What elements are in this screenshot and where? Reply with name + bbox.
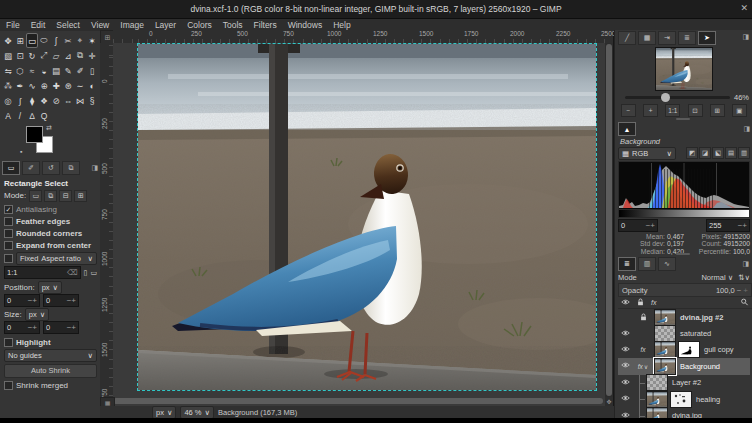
zoom-out-button[interactable]: − [621, 104, 636, 117]
titlebar[interactable]: dvina.xcf-1.0 (RGB color 8-bit non-linea… [0, 0, 752, 19]
document-history-tab[interactable]: ≣ [678, 31, 696, 45]
expand-from-center-option[interactable]: Expand from center [4, 240, 97, 251]
vertical-scrollbar-thumb[interactable] [606, 44, 612, 396]
tool-flip[interactable]: ⇋ [2, 63, 14, 78]
zoom-fill-button[interactable]: ⊞ [710, 104, 725, 117]
menu-image[interactable]: Image [120, 20, 144, 30]
shrink-merged-option[interactable]: Shrink merged [4, 380, 97, 391]
tool-measure-line[interactable]: / [14, 108, 26, 123]
zoom-100-button[interactable]: 1:1 [665, 104, 680, 117]
tool-ink[interactable]: ✒ [14, 78, 26, 93]
tool-smudge[interactable]: ∼ [74, 78, 86, 93]
fx-badge[interactable]: fx [640, 346, 645, 353]
expander-icon[interactable]: ∨ [644, 363, 648, 370]
tool-crop[interactable]: ⊡ [14, 48, 26, 63]
brushes-tab[interactable]: ╱ [618, 31, 636, 45]
menu-layer[interactable]: Layer [155, 20, 176, 30]
tool-align[interactable]: ⊞ [14, 33, 26, 48]
channel-select[interactable]: ▦ RGB ∨ [618, 147, 676, 160]
plus-icon[interactable]: + [71, 323, 76, 332]
tool-scissors-select[interactable]: ✂ [62, 33, 74, 48]
minus-icon[interactable]: − [737, 286, 742, 295]
highlight-option[interactable]: Highlight [4, 337, 97, 348]
tool-warp-transform[interactable]: ≈ [26, 63, 38, 78]
menu-filters[interactable]: Filters [254, 20, 277, 30]
zoom-fit-button[interactable]: ⊡ [688, 104, 703, 117]
dock-grip[interactable] [676, 118, 690, 120]
menu-view[interactable]: View [91, 20, 109, 30]
shrink-merged-checkbox[interactable] [4, 381, 13, 390]
tool-text[interactable]: A [2, 108, 14, 123]
dock-menu-icon[interactable]: ◨ [742, 260, 749, 268]
antialiasing-checkbox[interactable]: ✓ [4, 205, 13, 214]
layers-tab[interactable]: ≣ [618, 257, 636, 271]
plus-icon[interactable]: + [71, 296, 76, 305]
histogram-compact-button[interactable]: ▥ [738, 147, 750, 159]
tool-eraser[interactable]: ▯ [86, 63, 98, 78]
highlight-checkbox[interactable] [4, 338, 13, 347]
tool-script[interactable]: § [86, 93, 98, 108]
auto-shrink-button[interactable]: Auto Shrink [4, 364, 97, 378]
antialiasing-option[interactable]: ✓ Antialiasing [4, 204, 97, 215]
tool-offset[interactable]: ⇔ [62, 93, 74, 108]
fixed-checkbox[interactable] [4, 254, 13, 263]
tool-blur-sharpen[interactable]: ◎ [2, 93, 14, 108]
tool-paths[interactable]: ∫ [14, 93, 26, 108]
rounded-corners-checkbox[interactable] [4, 229, 13, 238]
size-height-field[interactable]: 0 −+ [43, 321, 79, 334]
shrink-wrap-button[interactable]: ▣ [732, 104, 747, 117]
undo-history-tab[interactable]: ↺ [42, 161, 60, 175]
tool-fuzzy-select[interactable]: ✶ [86, 33, 98, 48]
aspect-ratio-select[interactable]: Fixed Aspect ratio ∨ [16, 252, 97, 265]
visibility-toggle[interactable] [618, 345, 632, 355]
layer-row-gull-copy[interactable]: fx gull copy [618, 342, 750, 358]
landscape-icon[interactable]: ▭ [90, 269, 97, 277]
tool-seamless-clone[interactable]: ⊘ [50, 93, 62, 108]
tool-airbrush[interactable]: ⁂ [2, 78, 14, 93]
tool-measure[interactable]: ∆ [26, 108, 38, 123]
clear-icon[interactable]: ⌫ [67, 268, 78, 277]
tool-dodge-burn[interactable]: ◐ [86, 78, 98, 93]
size-unit-select[interactable]: px ∨ [25, 308, 49, 321]
paths-tab[interactable]: ∿ [658, 257, 676, 271]
layer-row-healing[interactable]: healing [618, 391, 750, 407]
histogram-tab[interactable]: ▲ [618, 122, 636, 136]
tool-paintbrush[interactable]: ✐ [74, 63, 86, 78]
layer-opacity-row[interactable]: Opacity 100,0 − + [618, 283, 752, 297]
channels-tab[interactable]: ▥ [638, 257, 656, 271]
patterns-tab[interactable]: ▦ [638, 31, 656, 45]
images-tab[interactable]: ⧉ [62, 161, 80, 175]
tool-scale[interactable]: ⤢ [38, 48, 50, 63]
fonts-tab[interactable]: ⇥ [658, 31, 676, 45]
tool-move[interactable]: ✥ [2, 33, 14, 48]
size-width-field[interactable]: 0 −+ [4, 321, 40, 334]
range-min-field[interactable]: 0 −+ [618, 219, 658, 232]
layer-row-layer-2[interactable]: Layer #2 [618, 375, 750, 391]
histogram-gradient-strip[interactable] [618, 209, 750, 218]
layer-mask-thumbnail[interactable] [678, 341, 700, 358]
histogram-log-button[interactable]: ◪ [699, 147, 711, 159]
default-colors-icon[interactable]: ▪ [20, 148, 22, 155]
dock-menu-icon[interactable]: ◨ [742, 33, 749, 41]
expand-from-center-checkbox[interactable] [4, 241, 13, 250]
tool-perspective-clone[interactable]: ⊛ [62, 78, 74, 93]
visibility-toggle[interactable] [618, 329, 632, 339]
menu-tools[interactable]: Tools [223, 20, 243, 30]
ratio-input[interactable]: 1:1 ⌫ [4, 266, 81, 279]
search-icon[interactable] [740, 298, 749, 306]
histogram-range-button[interactable]: ▤ [725, 147, 737, 159]
canvas-image-seagull[interactable] [138, 44, 596, 390]
effects-column-icon[interactable]: fx [651, 299, 656, 306]
visibility-toggle[interactable] [618, 394, 632, 404]
tool-select-by-color[interactable]: ▧ [2, 48, 14, 63]
position-x-field[interactable]: 0 −+ [4, 294, 40, 307]
feather-edges-checkbox[interactable] [4, 217, 13, 226]
dock-grip[interactable] [676, 253, 690, 255]
tool-zoom[interactable]: Q [38, 108, 50, 123]
layer-mask-thumbnail[interactable] [670, 391, 692, 408]
tool-gegl-operation[interactable]: ⋈ [74, 93, 86, 108]
plus-icon[interactable]: + [742, 221, 747, 230]
visibility-column-icon[interactable] [621, 298, 630, 306]
menu-help[interactable]: Help [333, 20, 350, 30]
foreground-color-swatch[interactable] [26, 126, 43, 143]
